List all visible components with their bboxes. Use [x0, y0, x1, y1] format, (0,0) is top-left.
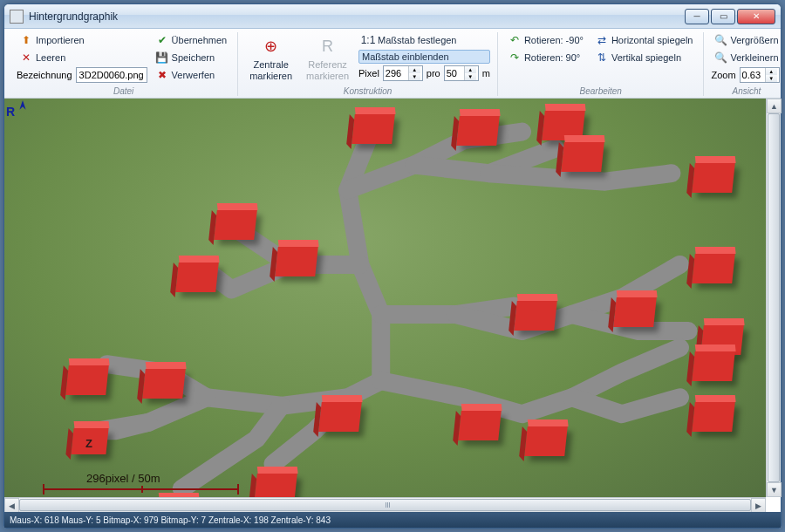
zoom-in-icon: 🔍 [714, 34, 727, 46]
speichern-button[interactable]: 💾Speichern [153, 50, 231, 65]
building [613, 297, 657, 327]
window-title: Hintergrundgraphik [29, 10, 685, 23]
building [692, 351, 735, 381]
map-canvas[interactable]: R [4, 99, 766, 497]
building [175, 263, 219, 292]
ribbon: ⬆Importieren ✕Leeren Bezeichnung ✔Überne… [4, 29, 781, 99]
clear-icon: ✕ [20, 51, 32, 64]
flip-h-icon: ⇄ [596, 34, 608, 46]
zoom-out-icon: 🔍 [714, 51, 727, 64]
app-window: Hintergrundgraphik ─ ▭ ✕ ⬆Importieren ✕L… [3, 3, 782, 529]
reference-icon: R [317, 35, 339, 58]
building [524, 426, 568, 456]
target-icon: ⊕ [260, 35, 283, 58]
group-datei: ⬆Importieren ✕Leeren Bezeichnung ✔Überne… [10, 32, 238, 96]
vertical-scrollbar[interactable]: ▲ ▼ [766, 99, 781, 497]
building [514, 301, 557, 331]
building [275, 247, 318, 276]
building [254, 474, 297, 497]
zentrale-label: Z [85, 437, 92, 450]
maximize-button[interactable]: ▭ [711, 9, 735, 24]
flip-v-icon: ⇅ [596, 51, 608, 64]
close-button[interactable]: ✕ [737, 9, 775, 24]
pixel-spinner[interactable]: ▲▼ [383, 65, 423, 81]
vertical-mirror-button[interactable]: ⇅Vertikal spiegeln [592, 50, 697, 65]
status-bar: Maus-X: 618 Maus-Y: 5 Bitmap-X: 979 Bitm… [4, 512, 781, 528]
rotate-ccw-icon: ↶ [509, 34, 521, 46]
zoom-in-button[interactable]: 🔍Vergrößern [711, 32, 782, 48]
canvas-area: R [4, 99, 781, 497]
zentrale-markieren-button[interactable]: ⊕ Zentrale markieren [245, 32, 297, 84]
group-bearbeiten: ↶Rotieren: -90° ↷Rotieren: 90° ⇄Horizont… [498, 32, 705, 96]
zoom-spinner[interactable]: ▲▼ [740, 67, 780, 83]
scroll-down-icon[interactable]: ▼ [767, 482, 782, 497]
titlebar: Hintergrundgraphik ─ ▭ ✕ [4, 4, 781, 29]
leeren-button[interactable]: ✕Leeren [17, 50, 147, 65]
uebernehmen-button[interactable]: ✔Übernehmen [153, 32, 231, 48]
import-icon: ⬆ [20, 34, 32, 46]
verwerfen-button[interactable]: ✖Verwerfen [153, 67, 231, 83]
apply-icon: ✔ [156, 34, 168, 46]
building [65, 365, 109, 395]
bezeichnung-input[interactable] [76, 67, 147, 83]
zoom-out-button[interactable]: 🔍Verkleinern [711, 50, 782, 65]
status-text: Maus-X: 618 Maus-Y: 5 Bitmap-X: 979 Bitm… [10, 515, 331, 525]
building [692, 163, 735, 193]
scroll-left-icon[interactable]: ◀ [4, 498, 19, 513]
scroll-right-icon[interactable]: ▶ [751, 498, 766, 513]
building [561, 142, 604, 172]
scale-bar: 296pixel / 50m [43, 472, 239, 490]
building [692, 254, 735, 283]
building [456, 116, 500, 146]
minimize-button[interactable]: ─ [685, 9, 709, 24]
building [318, 402, 362, 432]
save-icon: 💾 [156, 51, 168, 64]
massstab-festlegen-button[interactable]: 1:1Maßstab festlegen [358, 32, 490, 48]
pro-spinner[interactable]: ▲▼ [444, 65, 479, 81]
group-ansicht: 🔍Vergrößern 🔍Verkleinern Zoom ▲▼ Ansicht [704, 32, 785, 96]
app-icon [10, 10, 24, 24]
horizontal-scrollbar[interactable]: ◀ ▶ [4, 497, 766, 512]
building [458, 411, 502, 440]
bezeichnung-label: Bezeichnung [17, 70, 72, 80]
scale-set-icon: 1:1 [362, 34, 374, 46]
building [692, 402, 735, 432]
group-konstruktion: ⊕ Zentrale markieren R Referenz markiere… [238, 32, 498, 96]
discard-icon: ✖ [156, 69, 168, 81]
rotate-cw-icon: ↷ [509, 51, 521, 64]
rotate-plus90-button[interactable]: ↷Rotieren: 90° [505, 50, 587, 65]
importieren-button[interactable]: ⬆Importieren [17, 32, 147, 48]
scroll-up-icon[interactable]: ▲ [767, 99, 782, 113]
rotate-minus90-button[interactable]: ↶Rotieren: -90° [505, 32, 587, 48]
building [142, 369, 186, 399]
massstab-einblenden-button[interactable]: Maßstab einblenden [358, 50, 490, 64]
building [214, 210, 257, 240]
horizontal-mirror-button[interactable]: ⇄Horizontal spiegeln [592, 32, 697, 48]
referenz-markieren-button[interactable]: R Referenz markieren [302, 32, 353, 84]
building [352, 114, 395, 144]
